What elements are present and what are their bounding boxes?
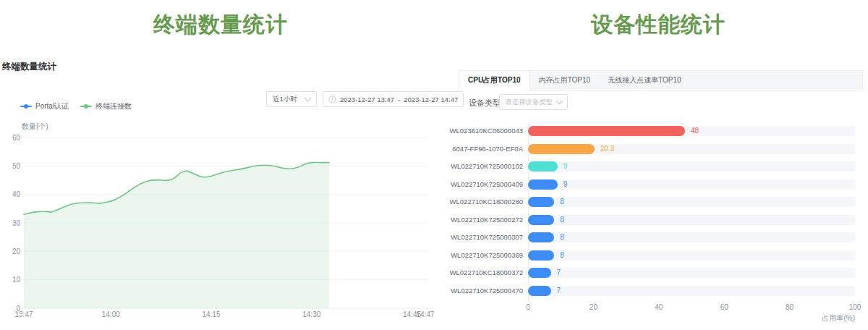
bar-row-label: WL022710K725000369 [448, 250, 523, 261]
legend-marker-icon [20, 103, 32, 109]
y-tick-label: 60 [12, 134, 21, 142]
x-tick-label: 80 [775, 303, 804, 311]
x-tick-label: 20 [579, 303, 608, 311]
x-tick-label: 14:00 [102, 310, 120, 318]
bar-value-label: 48 [691, 126, 699, 136]
bar-track [528, 179, 855, 190]
x-tick-label: 40 [644, 303, 673, 311]
legend-item[interactable]: Portal认证 [20, 101, 69, 111]
terminal-count-panel: 终端数量统计 终端数量统计 近1小时 2023-12-27 13:47 - 20… [0, 0, 441, 330]
bar-track [528, 250, 855, 261]
tab-label: 无线接入点速率TOP10 [608, 75, 681, 85]
bar-row-label: WL022710KC18000280 [448, 197, 523, 207]
chevron-down-icon [305, 95, 312, 102]
legend-label: Portal认证 [35, 101, 69, 111]
page-title-device-performance: 设备性能统计 [448, 10, 868, 40]
device-type-select[interactable]: 请选择设备类型 [499, 94, 568, 110]
bar-track [528, 215, 855, 225]
bar-value-label: 20.3 [600, 144, 614, 154]
bar-row-label: WL022710K725000102 [448, 161, 523, 172]
performance-tabbar: CPU占用TOP10内存占用TOP10无线接入点速率TOP10 [459, 70, 863, 90]
time-range-value: 近1小时 [273, 95, 297, 104]
y-tick-label: 20 [12, 248, 21, 255]
bar [528, 232, 554, 242]
tab-无线接入点速率TOP10[interactable]: 无线接入点速率TOP10 [599, 71, 690, 90]
bar [528, 215, 554, 225]
bar-value-label: 9 [563, 161, 568, 172]
x-tick-label: 14:15 [202, 310, 220, 318]
y-tick-label: 50 [12, 162, 21, 170]
bar [528, 268, 551, 278]
bar-row-label: WL023610KC06000043 [448, 126, 523, 136]
bar-track [528, 232, 855, 242]
device-performance-panel: 设备性能统计 CPU占用TOP10内存占用TOP10无线接入点速率TOP10 设… [448, 0, 868, 330]
y-tick-label: 40 [12, 190, 21, 198]
bar-value-label: 7 [557, 286, 561, 296]
bar-row-label: WL022710K725000470 [448, 286, 523, 296]
tab-内存占用TOP10[interactable]: 内存占用TOP10 [530, 71, 600, 90]
bar [528, 126, 685, 136]
y-tick-label: 10 [12, 276, 21, 284]
bar-value-label: 8 [560, 215, 564, 225]
bar [528, 161, 558, 172]
clock-icon [328, 96, 336, 103]
bar-row-label: WL022710K725000272 [448, 215, 523, 225]
bar-track [528, 286, 855, 296]
legend-label: 终端连接数 [95, 101, 132, 111]
chevron-down-icon [556, 98, 563, 105]
bar-row-label: WL022710KC18000372 [448, 268, 523, 278]
chart-legend: Portal认证终端连接数 [20, 101, 132, 111]
x-axis-title: 占用率(%) [797, 313, 855, 323]
x-tick-label: 100 [841, 303, 868, 311]
tab-CPU占用TOP10[interactable]: CPU占用TOP10 [459, 71, 530, 90]
bar [528, 197, 554, 207]
date-range-picker[interactable]: 2023-12-27 13:47 - 2023-12-27 14:47 [323, 91, 464, 107]
legend-marker-icon [80, 103, 92, 109]
tab-label: CPU占用TOP10 [468, 75, 521, 85]
chart-section-title: 终端数量统计 [2, 61, 56, 73]
bar-row-label: 6047-FF96-1070-EF0A [448, 144, 523, 154]
y-tick-label: 30 [12, 219, 21, 227]
terminal-count-area-chart: 010203040506013:4714:0014:1514:3014:4514… [0, 130, 441, 330]
bar [528, 179, 558, 190]
x-tick-label: 13:47 [14, 310, 33, 318]
device-type-label: 设备类型 [469, 98, 501, 109]
legend-dot [84, 104, 88, 109]
bar-value-label: 8 [560, 250, 564, 261]
series-area [24, 163, 329, 308]
x-tick-label: 0 [514, 303, 542, 311]
time-range-select[interactable]: 近1小时 [266, 91, 317, 107]
bar-track [528, 161, 855, 172]
bar-row-label: WL022710K725000307 [448, 232, 523, 242]
bar-track [528, 268, 855, 278]
cpu-top10-bar-chart: 占用率(%) WL023610KC06000043486047-FF96-107… [448, 122, 868, 324]
x-tick-label: 14:47 [416, 310, 434, 318]
bar-value-label: 8 [560, 232, 564, 242]
device-type-placeholder: 请选择设备类型 [505, 98, 553, 107]
legend-dot [24, 104, 28, 109]
bar-row-label: WL022710K725000409 [448, 179, 523, 190]
bar [528, 286, 551, 296]
bar-track [528, 197, 855, 207]
tab-label: 内存占用TOP10 [539, 75, 591, 85]
date-range-separator: - [398, 96, 400, 103]
x-tick-label: 60 [710, 303, 739, 311]
bar-value-label: 8 [560, 197, 564, 207]
x-tick-label: 14:30 [302, 310, 320, 318]
date-range-start: 2023-12-27 13:47 [340, 96, 394, 103]
page-title-terminal-count: 终端数量统计 [0, 10, 441, 40]
bar-value-label: 7 [557, 268, 561, 278]
bar-value-label: 9 [563, 179, 568, 190]
legend-item[interactable]: 终端连接数 [80, 101, 132, 111]
bar [528, 144, 595, 154]
bar [528, 250, 554, 261]
